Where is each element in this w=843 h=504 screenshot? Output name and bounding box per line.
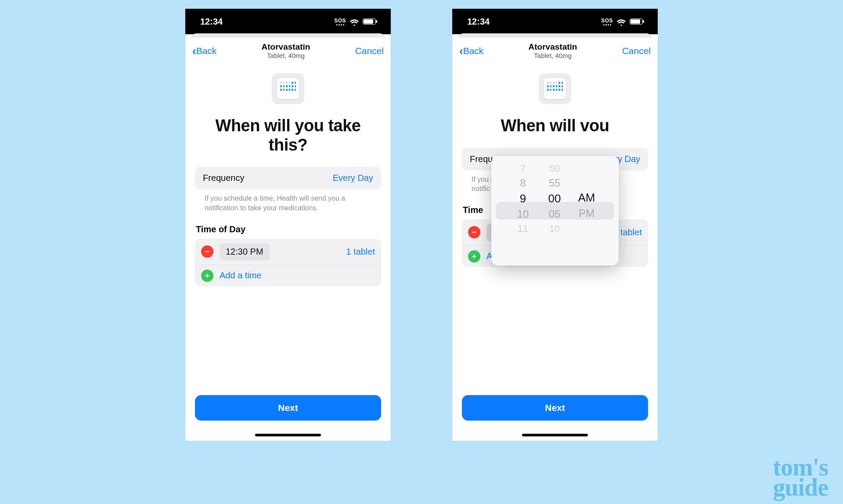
home-indicator[interactable] — [255, 434, 321, 436]
page-heading: When will vou — [462, 116, 648, 136]
home-indicator[interactable] — [522, 434, 588, 436]
picker-minute-column[interactable]: 50 55 00 05 10 — [543, 163, 566, 259]
status-bar: 12:34 SOS — [452, 9, 658, 34]
next-button[interactable]: Next — [195, 395, 381, 421]
sheet: ‹ Back Atorvastatin Tablet, 40mg Cancel — [452, 38, 658, 441]
time-row: 12:30 PM 1 tablet — [195, 239, 381, 265]
medication-subtitle: Tablet, 40mg — [262, 52, 310, 59]
page-heading: When will you take this? — [195, 116, 381, 155]
frequency-value: Every Day — [333, 173, 373, 183]
medication-name: Atorvastatin — [529, 42, 577, 52]
back-label: Back — [463, 46, 484, 56]
minus-icon — [471, 229, 478, 236]
back-label: Back — [196, 46, 217, 56]
next-button[interactable]: Next — [462, 395, 648, 421]
plus-icon — [204, 272, 211, 279]
nav-bar: ‹ Back Atorvastatin Tablet, 40mg Cancel — [452, 38, 658, 62]
status-time: 12:34 — [200, 17, 223, 27]
remove-time-button[interactable] — [201, 245, 213, 258]
add-time-label: Add a time — [220, 270, 262, 281]
time-chip[interactable]: 12:30 PM — [220, 243, 270, 260]
sos-indicator: SOS — [334, 18, 346, 25]
svg-rect-1 — [472, 232, 476, 233]
frequency-label-clipped: Frequ — [470, 154, 493, 164]
add-time-row[interactable]: Add a time — [195, 265, 381, 286]
picker-option[interactable]: 7 — [520, 163, 526, 174]
next-label: Next — [278, 403, 298, 413]
frequency-row[interactable]: Frequency Every Day — [195, 167, 381, 189]
nav-title: Atorvastatin Tablet, 40mg — [262, 42, 310, 59]
minus-icon — [204, 248, 211, 255]
picker-option-selected[interactable]: 9 — [520, 192, 526, 205]
back-button[interactable]: ‹ Back — [459, 45, 483, 57]
picker-option-selected[interactable]: AM — [578, 191, 595, 205]
picker-option[interactable]: 05 — [549, 208, 561, 220]
remove-time-button[interactable] — [468, 226, 480, 238]
wifi-icon — [349, 18, 359, 25]
next-label: Next — [545, 403, 565, 413]
picker-option[interactable]: 55 — [549, 177, 561, 189]
wifi-icon — [616, 18, 626, 25]
picker-option[interactable]: 8 — [520, 177, 526, 189]
time-picker-popover[interactable]: 7 8 9 10 11 50 55 00 05 10 — [491, 156, 619, 266]
calendar-icon — [272, 73, 304, 104]
phone-screen-1: 12:34 SOS ‹ Back Atorvastatin — [185, 9, 391, 441]
picker-option[interactable]: 10 — [517, 208, 529, 220]
picker-ampm-column[interactable]: AM PM — [574, 163, 599, 259]
chevron-left-icon: ‹ — [192, 45, 196, 57]
time-section-header: Time of Day — [196, 224, 380, 234]
phone-screen-2: 12:34 SOS ‹ Back Atorvastatin — [452, 9, 658, 441]
dose-link[interactable]: 1 tablet — [346, 247, 375, 257]
cancel-label: Cancel — [622, 46, 651, 56]
frequency-label: Frequency — [203, 173, 245, 183]
plus-icon — [471, 253, 478, 260]
chevron-left-icon: ‹ — [459, 45, 463, 57]
picker-option[interactable]: 50 — [549, 163, 560, 174]
battery-icon — [363, 18, 376, 25]
calendar-icon — [539, 73, 571, 104]
picker-hour-column[interactable]: 7 8 9 10 11 — [511, 163, 535, 259]
hint-text: If you schedule a time, Health will send… — [195, 189, 381, 212]
picker-option[interactable]: PM — [579, 207, 594, 220]
back-button[interactable]: ‹ Back — [192, 45, 216, 57]
add-time-button[interactable] — [468, 250, 480, 263]
picker-option-selected[interactable]: 00 — [548, 192, 561, 205]
time-list: 12:30 PM 1 tablet Add a time — [195, 239, 381, 286]
sheet: ‹ Back Atorvastatin Tablet, 40mg Cancel — [185, 38, 391, 441]
picker-option[interactable]: 10 — [549, 223, 560, 234]
medication-name: Atorvastatin — [262, 42, 310, 52]
cancel-button[interactable]: Cancel — [622, 46, 651, 56]
status-time: 12:34 — [467, 17, 490, 27]
nav-bar: ‹ Back Atorvastatin Tablet, 40mg Cancel — [185, 38, 391, 62]
sos-indicator: SOS — [601, 18, 613, 25]
watermark: tom's guide — [773, 457, 828, 498]
nav-title: Atorvastatin Tablet, 40mg — [529, 42, 577, 59]
add-time-button[interactable] — [201, 270, 213, 282]
status-bar: 12:34 SOS — [185, 9, 391, 34]
svg-rect-0 — [205, 251, 209, 252]
cancel-button[interactable]: Cancel — [355, 46, 384, 56]
medication-subtitle: Tablet, 40mg — [529, 52, 577, 59]
cancel-label: Cancel — [355, 46, 384, 56]
picker-option[interactable]: 11 — [518, 223, 528, 234]
battery-icon — [630, 18, 643, 25]
